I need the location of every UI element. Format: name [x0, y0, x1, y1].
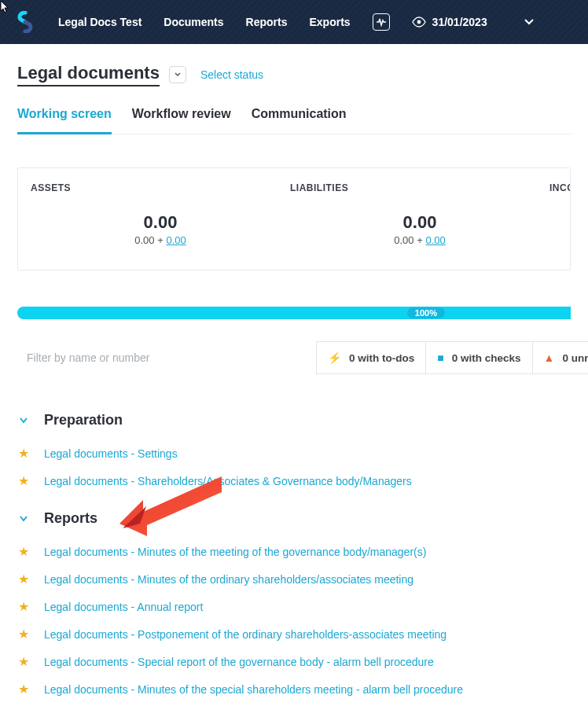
nav-reports[interactable]: Reports [246, 16, 288, 28]
doc-link[interactable]: Legal documents - Shareholders/Associate… [44, 475, 412, 487]
doc-link[interactable]: Legal documents - Minutes of the meeting… [44, 546, 426, 558]
page-title: Legal documents [17, 63, 160, 86]
star-icon[interactable]: ★ [17, 473, 30, 488]
filter-input[interactable] [17, 341, 316, 374]
star-icon[interactable]: ★ [17, 599, 30, 614]
metric-assets-sub: 0.00 + [134, 234, 166, 246]
doc-link[interactable]: Legal documents - Postponement of the or… [44, 628, 447, 641]
doc-link[interactable]: Legal documents - Minutes of the special… [44, 683, 463, 696]
star-icon[interactable]: ★ [17, 682, 30, 697]
star-icon[interactable]: ★ [17, 627, 30, 642]
brand-logo[interactable] [14, 11, 36, 33]
metrics-panel: ASSETS 0.00 0.00 + 0.00 LIABILITIES 0.00… [17, 167, 571, 270]
progress-bar: 100% [17, 307, 571, 319]
metric-liabilities-sub: 0.00 + [394, 234, 425, 246]
nav-date-label: 31/01/2023 [432, 16, 487, 28]
metric-liabilities-link[interactable]: 0.00 [425, 234, 445, 246]
star-icon[interactable]: ★ [17, 446, 30, 461]
doc-link[interactable]: Legal documents - Special report of the … [44, 656, 434, 668]
chip-todos[interactable]: ⚡ 0 with to-dos [316, 341, 426, 374]
metric-assets-link[interactable]: 0.00 [166, 234, 186, 246]
list-item: ★ Legal documents - Shareholders/Associa… [17, 467, 571, 495]
list-item: ★ Legal documents - Minutes of the meeti… [17, 538, 571, 565]
chip-unrec-label: 0 unrec [562, 352, 588, 364]
tab-workflow-review[interactable]: Workflow review [132, 107, 231, 134]
nav-exports[interactable]: Exports [309, 16, 350, 28]
metric-liabilities-value: 0.00 [290, 212, 549, 233]
nav-more-chevron[interactable] [524, 18, 535, 26]
nav-documents[interactable]: Documents [164, 16, 223, 28]
metric-liabilities-label: LIABILITIES [290, 182, 549, 193]
list-item: ★ Legal documents - Special report of th… [17, 648, 571, 675]
list-item: ★ Legal documents - Nomination delegated… [17, 703, 571, 706]
list-item: ★ Legal documents - Minutes of the ordin… [17, 565, 571, 593]
list-item: ★ Legal documents - Minutes of the speci… [17, 675, 571, 703]
list-item: ★ Legal documents - Postponement of the … [17, 620, 571, 648]
nav-date-picker[interactable]: 31/01/2023 [412, 16, 487, 28]
bolt-icon: ⚡ [328, 351, 341, 364]
section-title-reports: Reports [44, 510, 97, 527]
chip-checks[interactable]: ■ 0 with checks [426, 341, 532, 374]
star-icon[interactable]: ★ [17, 572, 30, 586]
section-chevron-preparation[interactable] [17, 417, 30, 425]
tab-communication[interactable]: Communication [252, 107, 347, 134]
svg-point-0 [417, 20, 421, 24]
list-item: ★ Legal documents - Annual report [17, 593, 571, 620]
metric-assets-value: 0.00 [31, 212, 290, 233]
section-chevron-reports[interactable] [17, 515, 30, 523]
activity-icon[interactable] [373, 13, 390, 31]
title-dropdown[interactable] [169, 66, 186, 83]
chip-unrec[interactable]: ▲ 0 unrec [533, 341, 588, 374]
progress-percent: 100% [407, 307, 445, 318]
doc-link[interactable]: Legal documents - Annual report [44, 601, 203, 613]
doc-link[interactable]: Legal documents - Minutes of the ordinar… [44, 573, 413, 586]
tab-bar: Working screen Workflow review Communica… [17, 107, 571, 134]
section-title-preparation: Preparation [44, 412, 123, 428]
metric-assets-label: ASSETS [31, 182, 290, 193]
star-icon[interactable]: ★ [17, 654, 30, 669]
top-nav: Legal Docs Test Documents Reports Export… [0, 0, 588, 44]
triangle-icon: ▲ [544, 351, 555, 364]
chip-todos-label: 0 with to-dos [349, 352, 414, 364]
chip-checks-label: 0 with checks [452, 352, 521, 364]
metric-income-label: INCOME [549, 182, 571, 193]
select-status-link[interactable]: Select status [200, 68, 263, 81]
doc-link[interactable]: Legal documents - Settings [44, 447, 178, 460]
star-icon[interactable]: ★ [17, 544, 30, 559]
square-icon: ■ [437, 351, 443, 364]
tab-working-screen[interactable]: Working screen [17, 107, 112, 134]
nav-brand[interactable]: Legal Docs Test [58, 16, 141, 28]
list-item: ★ Legal documents - Settings [17, 439, 571, 467]
